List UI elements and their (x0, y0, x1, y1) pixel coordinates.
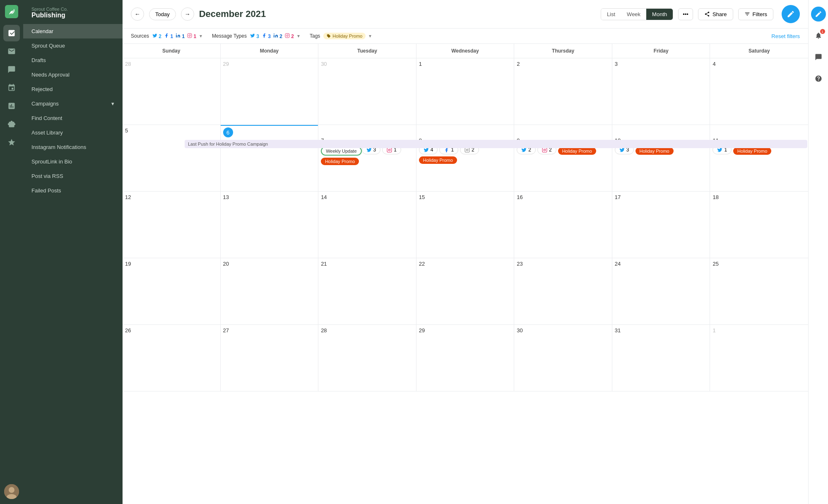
svg-point-3 (176, 34, 177, 34)
main-content: ← Today → December 2021 List Week Month … (123, 0, 808, 504)
cell-date-28: 28 (321, 327, 414, 334)
calendar-cell-28[interactable]: 28 (123, 58, 221, 125)
calendar-header: ← Today → December 2021 List Week Month … (123, 0, 808, 29)
social-pill-instagram[interactable]: 2 (537, 145, 556, 154)
calendar-cell-30[interactable]: 30 (514, 325, 612, 391)
month-view-button[interactable]: Month (646, 9, 673, 20)
holiday-promo-tag[interactable]: Holiday Promo (635, 147, 674, 155)
calendar-cell-12[interactable]: 12 (123, 192, 221, 258)
sidebar-item-needs-approval[interactable]: Needs Approval (23, 67, 123, 82)
social-pill-threads[interactable]: 2 (460, 145, 479, 154)
sidebar-item-sprout-queue[interactable]: Sprout Queue (23, 38, 123, 53)
sources-filter[interactable]: Sources 2 1 1 1 ▾ (131, 33, 202, 39)
list-view-button[interactable]: List (601, 9, 621, 20)
calendar-cell-1[interactable]: 1 (710, 325, 808, 391)
tags-filter[interactable]: Tags Holiday Promo ▾ (310, 33, 372, 39)
calendar-cell-26[interactable]: 26 (123, 325, 221, 391)
notifications-icon[interactable]: 1 (811, 28, 826, 43)
sidebar-item-rejected[interactable]: Rejected (23, 82, 123, 96)
calendar-cell-14[interactable]: 14 (318, 192, 416, 258)
sidebar-item-instagram-notifications[interactable]: Instagram Notifications (23, 140, 123, 154)
social-pill-instagram[interactable]: 1 (382, 145, 401, 154)
sidebar-item-find-content[interactable]: Find Content (23, 111, 123, 125)
user-avatar[interactable] (4, 484, 19, 499)
sidebar-item-drafts[interactable]: Drafts (23, 53, 123, 67)
svg-rect-17 (542, 148, 547, 152)
sidebar-item-failed-posts[interactable]: Failed Posts (23, 183, 123, 198)
calendar-cell-28[interactable]: 28 (318, 325, 416, 391)
nav-star-icon[interactable] (3, 134, 20, 151)
calendar-cell-6[interactable]: 6 (221, 125, 319, 191)
calendar-cell-29[interactable]: 29 (221, 58, 319, 125)
compose-right-icon[interactable] (811, 7, 826, 22)
chat-icon[interactable] (811, 50, 826, 65)
calendar-cell-18[interactable]: 18 (710, 192, 808, 258)
social-pill-twitter[interactable]: 2 (517, 145, 536, 154)
calendar-cell-23[interactable]: 23 (514, 258, 612, 324)
calendar-cell-22[interactable]: 22 (416, 258, 515, 324)
social-pill-twitter[interactable]: 1 (712, 145, 732, 154)
calendar-cell-24[interactable]: 24 (612, 258, 710, 324)
cell-date-29: 29 (223, 61, 316, 67)
calendar-cell-8[interactable]: 8 4 1 2Holiday Promo (416, 125, 515, 191)
filters-row: Sources 2 1 1 1 ▾ Message Types (123, 29, 808, 44)
sidebar-item-post-via-rss[interactable]: Post via RSS (23, 169, 123, 183)
sidebar-item-calendar[interactable]: Calendar (23, 24, 123, 38)
nav-publishing-icon[interactable] (3, 25, 20, 41)
calendar-cell-29[interactable]: 29 (416, 325, 515, 391)
nav-reports-icon[interactable] (3, 98, 20, 114)
today-button[interactable]: Today (149, 8, 176, 20)
share-button[interactable]: Share (698, 8, 733, 20)
calendar-cell-25[interactable]: 25 (710, 258, 808, 324)
more-options-button[interactable]: ••• (678, 8, 693, 20)
calendar-cell-3[interactable]: 3 (612, 58, 710, 125)
calendar-cell-16[interactable]: 16 (514, 192, 612, 258)
cell-date-21: 21 (321, 261, 414, 267)
sidebar-item-campaigns[interactable]: Campaigns▾ (23, 96, 123, 111)
calendar-cell-13[interactable]: 13 (221, 192, 319, 258)
social-pill-facebook[interactable]: 1 (439, 145, 458, 154)
prev-month-button[interactable]: ← (131, 7, 144, 21)
calendar-cell-15[interactable]: 15 (416, 192, 515, 258)
next-month-button[interactable]: → (181, 7, 194, 21)
nav-bot-icon[interactable] (3, 116, 20, 132)
calendar-cell-27[interactable]: 27 (221, 325, 319, 391)
sidebar-item-asset-library[interactable]: Asset Library (23, 125, 123, 140)
calendar-cell-4[interactable]: 4 (710, 58, 808, 125)
calendar-cell-19[interactable]: 19 (123, 258, 221, 324)
cell-date-10: 10 (615, 137, 708, 144)
calendar-cell-30[interactable]: 30 (318, 58, 416, 125)
help-icon[interactable] (811, 71, 826, 86)
calendar-cell-20[interactable]: 20 (221, 258, 319, 324)
calendar-cell-10[interactable]: 10 3Holiday Promo (612, 125, 710, 191)
holiday-promo-tag[interactable]: Holiday Promo (733, 147, 771, 155)
social-pill-twitter[interactable]: 3 (362, 145, 381, 154)
nav-engage-icon[interactable] (3, 61, 20, 78)
company-name: Sprout Coffee Co. (31, 7, 114, 12)
sidebar-item-sproutlink-in-bio[interactable]: SproutLink in Bio (23, 154, 123, 169)
calendar-cell-1[interactable]: 1 (416, 58, 515, 125)
holiday-promo-tag[interactable]: Holiday Promo (558, 147, 596, 155)
calendar-cell-21[interactable]: 21 (318, 258, 416, 324)
nav-inbox-icon[interactable] (3, 43, 20, 60)
calendar-cell-11[interactable]: 11 1Holiday Promo (710, 125, 808, 191)
calendar-cell-31[interactable]: 31 (612, 325, 710, 391)
social-pill-twitter[interactable]: 3 (615, 145, 634, 154)
holiday-promo-tag[interactable]: Holiday Promo (321, 158, 359, 165)
calendar-cell-17[interactable]: 17 (612, 192, 710, 258)
week-view-button[interactable]: Week (621, 9, 646, 20)
cell-date-11: 11 (712, 137, 806, 144)
calendar-cell-9[interactable]: 9 2 2Holiday Promo (514, 125, 612, 191)
calendar-cell-5[interactable]: 5 (123, 125, 221, 191)
filters-button[interactable]: Filters (738, 8, 773, 20)
campaigns-arrow-icon: ▾ (111, 101, 114, 107)
compose-button[interactable] (782, 5, 800, 23)
holiday-promo-tag[interactable]: Holiday Promo (419, 156, 457, 164)
weekly-update-event[interactable]: Weekly Update (321, 146, 361, 156)
calendar-cell-7[interactable]: 7Weekly Update 3 1Holiday Promo (318, 125, 416, 191)
social-pill-twitter[interactable]: 4 (419, 145, 438, 154)
reset-filters-button[interactable]: Reset filters (771, 33, 800, 39)
message-types-filter[interactable]: Message Types 3 3 2 2 ▾ (212, 33, 300, 39)
calendar-cell-2[interactable]: 2 (514, 58, 612, 125)
nav-pin-icon[interactable] (3, 79, 20, 96)
